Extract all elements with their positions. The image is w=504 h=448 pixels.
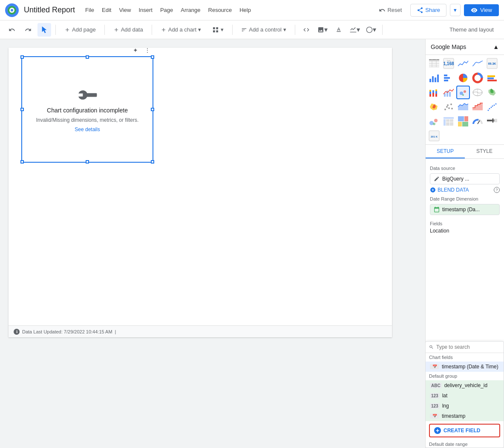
data-source-row[interactable]: BigQuery ... [430,173,500,184]
resize-handle-tr[interactable] [151,55,154,59]
menu-resource[interactable]: Resource [205,5,236,15]
svg-text:Total: Total [447,60,451,62]
chart-type-stepped-area[interactable] [471,100,484,114]
resize-handle-bl[interactable] [20,160,24,164]
chart-widget[interactable]: ✦ ⋮ Chart configuration incomplete Inval… [21,56,153,163]
collapse-icon[interactable]: ▲ [493,43,499,50]
menu-view[interactable]: View [115,5,134,15]
widget-menu-button[interactable]: ⋮ [142,45,153,55]
search-input[interactable] [436,344,500,350]
chart-type-treemap[interactable] [456,115,470,128]
field-item-lng[interactable]: 123 lng [426,401,504,411]
add-page-button[interactable]: Add page [60,24,100,35]
menu-insert[interactable]: Insert [135,5,156,15]
chart-type-bar[interactable] [427,71,441,85]
resize-handle-mr[interactable] [151,108,154,111]
canvas-scroll[interactable]: ✦ ⋮ Chart configuration incomplete Inval… [0,39,425,448]
chart-type-filled-map[interactable] [427,100,441,114]
svg-rect-41 [458,87,469,98]
chart-type-geo-bubble[interactable] [456,86,470,99]
chart-type-smooth-line[interactable] [471,57,484,70]
chart-type-gauge[interactable] [471,115,484,128]
svg-point-53 [451,108,453,109]
menu-bar: File Edit View Insert Page Arrange Resou… [82,5,254,15]
share-button[interactable]: Share [410,4,446,17]
date-range-label: Date Range Dimension [430,196,500,201]
chart-type-region-map[interactable] [485,86,499,99]
menu-help[interactable]: Help [236,5,254,15]
chart-type-stacked-column[interactable] [427,86,441,99]
field-item-delivery-vehicle[interactable]: ABC delivery_vehicle_id [426,380,504,391]
svg-rect-37 [435,89,437,91]
create-field-button[interactable]: + CREATE FIELD [429,424,500,437]
resize-handle-tm[interactable] [86,55,89,59]
text-button[interactable] [332,23,346,37]
undo-button[interactable] [5,23,19,37]
chart-type-geo-scatter[interactable] [442,100,455,114]
chart-type-scatter[interactable] [485,100,499,114]
chart-type-sessions[interactable]: 69.3K [485,57,499,70]
resize-handle-tl[interactable] [20,55,24,59]
status-text: Data Last Updated: 7/29/2022 10:44:15 AM [22,329,112,334]
resize-handle-bm[interactable] [86,160,89,164]
chart-type-time-series[interactable] [456,57,470,70]
chart-grid-button[interactable]: ▾ [208,24,228,35]
code-button[interactable] [300,23,313,37]
chart-type-scorecard[interactable]: 1,168Total [442,57,455,70]
see-details-link[interactable]: See details [75,126,100,132]
chart-type-bullet[interactable] [485,115,499,128]
chart-incomplete-title: Chart configuration incomplete [47,107,128,114]
menu-page[interactable]: Page [157,5,176,15]
menu-arrange[interactable]: Arrange [177,5,204,15]
image-button[interactable]: ▾ [316,23,329,37]
add-chart-icon [161,27,167,33]
add-control-button[interactable]: Add a control ▾ [237,24,291,35]
svg-rect-76 [487,120,492,121]
theme-layout-button[interactable]: Theme and layout [444,24,499,35]
menu-edit[interactable]: Edit [98,5,115,15]
add-data-icon [113,27,119,33]
shape-button[interactable]: ▾ [364,23,378,37]
blend-data-row[interactable]: BLEND DATA ? [430,187,500,193]
svg-rect-6 [429,61,439,62]
widget-settings-button[interactable]: ✦ [130,45,141,55]
chart-type-donut[interactable] [471,71,484,85]
svg-rect-70 [464,116,468,121]
redo-button[interactable] [21,23,35,37]
add-data-button[interactable]: Add data [109,24,147,35]
field-item-lat[interactable]: 123 lat [426,391,504,401]
resize-handle-br[interactable] [151,160,154,164]
field-search-overlay: Chart fields 📅 timestamp (Date & Time) D… [425,341,504,448]
chart-type-combo[interactable] [442,86,455,99]
chart-type-pivot-table[interactable] [442,115,455,128]
chart-type-column[interactable] [442,71,455,85]
svg-point-59 [495,103,497,105]
resize-handle-ml[interactable] [20,108,24,111]
add-chart-button[interactable]: Add a chart ▾ [156,24,206,35]
tab-style[interactable]: STYLE [465,145,504,158]
chart-type-world-map[interactable] [471,86,484,99]
chart-type-table[interactable] [427,57,441,70]
svg-rect-21 [444,75,447,76]
tab-setup[interactable]: SETUP [426,145,465,158]
chart-type-pie[interactable] [456,71,470,85]
view-button[interactable]: View [464,4,499,16]
field-item-timestamp[interactable]: 📅 timestamp [426,411,504,421]
share-dropdown-button[interactable]: ▾ [450,4,461,16]
chart-type-stacked-bar[interactable] [485,71,499,85]
chart-type-area[interactable] [456,100,470,114]
top-right-actions: Reset Share ▾ View [374,4,499,17]
add-blend-icon [430,187,436,193]
svg-rect-72 [462,122,468,126]
chart-type-extra[interactable]: 201 K [427,129,441,143]
line-button[interactable]: ▾ [348,23,362,37]
field-item-timestamp-datetime[interactable]: 📅 timestamp (Date & Time) [426,362,504,372]
svg-rect-39 [446,91,448,97]
chart-type-bubble[interactable] [427,115,441,128]
select-tool-button[interactable] [37,23,51,37]
reset-button[interactable]: Reset [374,4,407,16]
menu-file[interactable]: File [82,5,98,15]
create-field-icon: + [434,427,441,434]
blend-help-icon[interactable]: ? [494,187,500,193]
date-range-row[interactable]: timestamp (Da... [430,204,500,215]
